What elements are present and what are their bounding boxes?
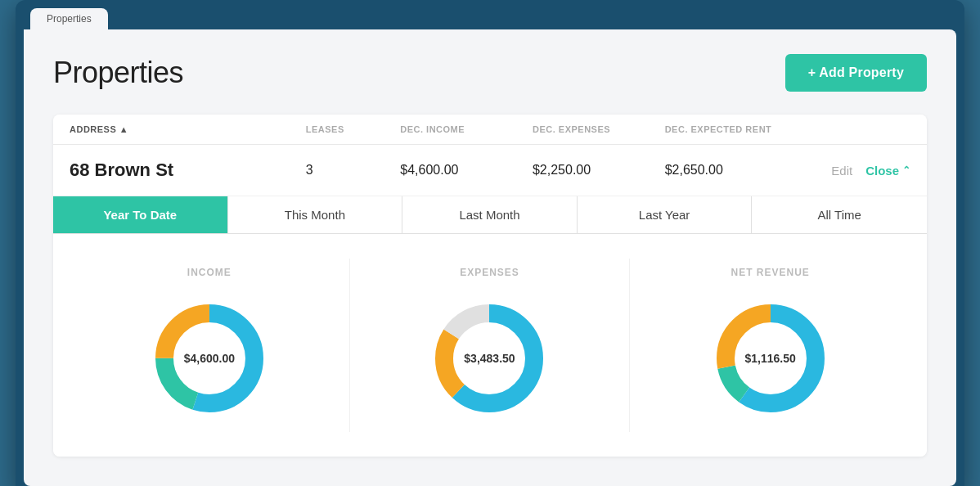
expenses-chart-panel: EXPENSES $3,483.50 (350, 259, 631, 432)
net-revenue-center-value: $1,116.50 (745, 352, 796, 365)
net-revenue-chart-panel: NET REVENUE $1,116.50 (630, 259, 910, 432)
property-dec-income: $4,600.00 (400, 163, 533, 178)
tab-all-time[interactable]: All Time (752, 196, 927, 233)
income-center-value: $4,600.00 (184, 352, 235, 365)
expenses-donut: $3,483.50 (424, 293, 555, 424)
net-revenue-donut: $1,116.50 (705, 293, 836, 424)
expenses-chart-label: EXPENSES (460, 267, 519, 278)
page-header: Properties + Add Property (53, 54, 927, 92)
close-link[interactable]: Close ⌃ (865, 164, 910, 178)
property-leases: 3 (306, 163, 401, 178)
charts-area: INCOME $4,600.00 (53, 234, 927, 457)
col-header-dec-expected-rent: DEC. EXPECTED RENT (665, 124, 816, 134)
col-header-address: ADDRESS ▲ (70, 124, 306, 134)
table-row: 68 Brown St 3 $4,600.00 $2,250.00 $2,650… (53, 145, 927, 196)
income-chart-panel: INCOME $4,600.00 (70, 259, 350, 432)
col-header-dec-income: DEC. INCOME (400, 124, 533, 134)
tab-this-month[interactable]: This Month (228, 196, 403, 233)
col-header-leases: LEASES (306, 124, 401, 134)
tab-bar: Properties (24, 8, 956, 29)
browser-tab[interactable]: Properties (30, 8, 108, 29)
row-actions: Edit Close ⌃ (816, 164, 910, 178)
property-dec-expected-rent: $2,650.00 (665, 163, 816, 178)
income-chart-label: INCOME (187, 267, 232, 278)
col-header-dec-expenses: DEC. EXPENSES (533, 124, 665, 134)
property-dec-expenses: $2,250.00 (533, 163, 665, 178)
page-title: Properties (53, 56, 183, 90)
tab-last-year[interactable]: Last Year (578, 196, 753, 233)
table-header: ADDRESS ▲ LEASES DEC. INCOME DEC. EXPENS… (53, 115, 927, 145)
chevron-up-icon: ⌃ (902, 164, 910, 176)
properties-table: ADDRESS ▲ LEASES DEC. INCOME DEC. EXPENS… (53, 115, 927, 457)
browser-window: Properties Properties + Add Property ADD… (16, 0, 964, 486)
income-donut: $4,600.00 (144, 293, 275, 424)
add-property-button[interactable]: + Add Property (785, 54, 927, 92)
tab-last-month[interactable]: Last Month (402, 196, 578, 233)
col-header-actions (816, 124, 910, 134)
edit-link[interactable]: Edit (831, 164, 852, 178)
page-container: Properties + Add Property ADDRESS ▲ LEAS… (24, 29, 956, 486)
expenses-center-value: $3,483.50 (464, 352, 515, 365)
period-tabs: Year To Date This Month Last Month Last … (53, 196, 927, 234)
property-address: 68 Brown St (70, 160, 306, 181)
net-revenue-chart-label: NET REVENUE (731, 267, 809, 278)
tab-year-to-date[interactable]: Year To Date (53, 196, 228, 233)
